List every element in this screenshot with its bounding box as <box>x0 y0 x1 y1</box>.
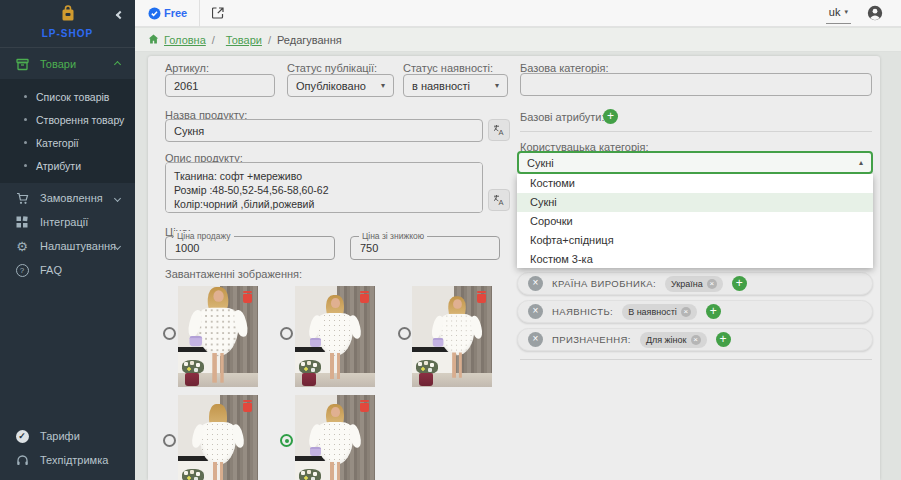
category-option-kostium3[interactable]: Костюм 3-ка <box>517 249 873 268</box>
products-box-icon <box>15 58 29 71</box>
sidebar-item-tariffs[interactable]: ✓ Тарифи <box>0 424 135 448</box>
content: Артикул: Статус публікації: Опубліковано… <box>135 52 901 480</box>
divider <box>520 131 872 132</box>
product-photo-2 <box>295 286 375 387</box>
main-photo-radio-1[interactable] <box>163 327 176 340</box>
main-photo-radio-4[interactable] <box>163 434 176 447</box>
breadcrumb-separator: / <box>212 34 215 46</box>
question-icon: ? <box>15 264 29 277</box>
category-option-sukni[interactable]: Сукні <box>517 193 873 212</box>
sub-item-label: Категорії <box>36 137 79 149</box>
sidebar-item-product-list[interactable]: Список товарів <box>0 85 135 108</box>
remove-value-icon[interactable]: × <box>707 279 717 289</box>
custom-category-select[interactable]: Сукні ▴ <box>517 151 873 174</box>
chevron-up-icon <box>114 60 121 67</box>
discount-price-field[interactable]: Ціна зі знижкою 750 <box>350 236 500 260</box>
availability-status-select[interactable]: в наявності ▾ <box>403 74 508 97</box>
add-base-attribute-button[interactable]: + <box>603 109 618 124</box>
category-option-sorochky[interactable]: Сорочки <box>517 212 873 231</box>
base-attributes-label: Базові атрибути: <box>520 111 605 123</box>
attribute-name: ПРИЗНАЧЕННЯ: <box>552 334 631 345</box>
sidebar-item-faq[interactable]: ? FAQ <box>0 258 135 282</box>
translate-description-button[interactable]: A <box>488 189 510 211</box>
check-circle-icon: ✓ <box>15 430 29 443</box>
custom-category-value: Сукні <box>527 157 554 169</box>
breadcrumb: Головна / Товари / Редагування <box>135 28 901 52</box>
delete-photo-icon[interactable] <box>243 400 252 412</box>
delete-photo-icon[interactable] <box>477 291 486 303</box>
sidebar: LP-SHOP Товари Список товарів Створення … <box>0 0 135 480</box>
bullet-icon <box>24 141 27 144</box>
remove-attribute-icon[interactable]: × <box>528 304 543 319</box>
sidebar-item-label: Товари <box>40 58 76 70</box>
sidebar-item-orders[interactable]: Замовлення <box>0 186 135 210</box>
caret-down-icon: ▾ <box>381 81 385 90</box>
sku-input[interactable] <box>165 74 275 97</box>
description-textarea[interactable]: Тканина: софт +мереживо Розмір :48-50,52… <box>165 162 483 213</box>
main-photo-radio-3[interactable] <box>398 327 411 340</box>
avatar-icon <box>867 5 883 21</box>
attribute-row-availability: × НАЯВНІСТЬ: В наявності× + <box>517 300 873 323</box>
verified-seal-icon <box>148 7 161 20</box>
translate-name-button[interactable]: A <box>488 119 510 141</box>
sidebar-item-label: Налаштування <box>40 240 116 252</box>
product-photo-3 <box>412 286 492 387</box>
main-photo-radio-2[interactable] <box>280 327 293 340</box>
delete-photo-icon[interactable] <box>243 291 252 303</box>
open-shop-button[interactable] <box>212 7 224 19</box>
delete-photo-icon[interactable] <box>360 400 369 412</box>
category-option-kostiumy[interactable]: Костюми <box>517 174 873 193</box>
add-value-button[interactable]: + <box>716 332 731 347</box>
sidebar-item-attributes[interactable]: Атрибути <box>0 154 135 177</box>
sale-price-value: 1000 <box>175 242 199 254</box>
product-name-input[interactable] <box>165 119 483 142</box>
products-submenu: Список товарів Створення товару Категорі… <box>0 79 135 183</box>
widgets-icon <box>15 216 29 228</box>
sidebar-item-support[interactable]: Техпідтримка <box>0 448 135 472</box>
delete-photo-icon[interactable] <box>360 291 369 303</box>
sub-item-label: Список товарів <box>36 91 109 103</box>
sidebar-item-settings[interactable]: ⚙ Налаштування <box>0 234 135 258</box>
remove-value-icon[interactable]: × <box>681 307 691 317</box>
sidebar-item-label: Техпідтримка <box>40 454 108 466</box>
add-value-button[interactable]: + <box>732 276 747 291</box>
sidebar-item-products[interactable]: Товари <box>0 52 135 76</box>
category-option-kofta[interactable]: Кофта+спідниця <box>517 230 873 249</box>
logo-text[interactable]: LP-SHOP <box>0 28 135 39</box>
edit-product-card: Артикул: Статус публікації: Опубліковано… <box>148 56 880 480</box>
chip-label: В наявності <box>628 307 677 317</box>
breadcrumb-home[interactable]: Головна <box>164 34 206 46</box>
plan-badge[interactable]: Free <box>148 7 187 20</box>
remove-value-icon[interactable]: × <box>691 335 701 345</box>
svg-text:A: A <box>499 128 504 136</box>
account-menu-button[interactable] <box>867 5 883 21</box>
main: Free uk ▾ Головна / Товари / Редаг <box>135 0 901 480</box>
sidebar-item-label: Замовлення <box>40 192 103 204</box>
discount-price-label: Ціна зі знижкою <box>359 231 427 241</box>
remove-attribute-icon[interactable]: × <box>528 276 543 291</box>
sidebar-item-label: Інтеграції <box>40 216 88 228</box>
logo-area: LP-SHOP <box>0 0 135 48</box>
bullet-icon <box>24 164 27 167</box>
caret-down-icon: ▾ <box>844 8 848 16</box>
sidebar-item-integrations[interactable]: Інтеграції <box>0 210 135 234</box>
external-link-icon <box>212 7 224 19</box>
sale-price-label: Ціна продажу <box>174 231 234 241</box>
sidebar-item-product-create[interactable]: Створення товару <box>0 108 135 131</box>
language-select[interactable]: uk ▾ <box>826 3 851 24</box>
product-photo-4 <box>178 395 258 480</box>
publish-status-select[interactable]: Опубліковано ▾ <box>287 74 394 97</box>
topbar-right: uk ▾ <box>826 3 901 24</box>
breadcrumb-products[interactable]: Товари <box>226 34 262 46</box>
product-photo-5 <box>295 395 375 480</box>
sidebar-item-categories[interactable]: Категорії <box>0 131 135 154</box>
sidebar-collapse-icon[interactable] <box>116 11 124 19</box>
sale-price-field[interactable]: Ціна продажу 1000 <box>165 236 335 260</box>
main-photo-radio-5[interactable] <box>280 434 293 447</box>
base-category-input[interactable] <box>520 73 872 96</box>
shop-bag-icon <box>59 5 77 22</box>
headset-icon <box>15 454 29 467</box>
remove-attribute-icon[interactable]: × <box>528 332 543 347</box>
sidebar-item-label: FAQ <box>40 264 62 276</box>
add-value-button[interactable]: + <box>706 304 721 319</box>
